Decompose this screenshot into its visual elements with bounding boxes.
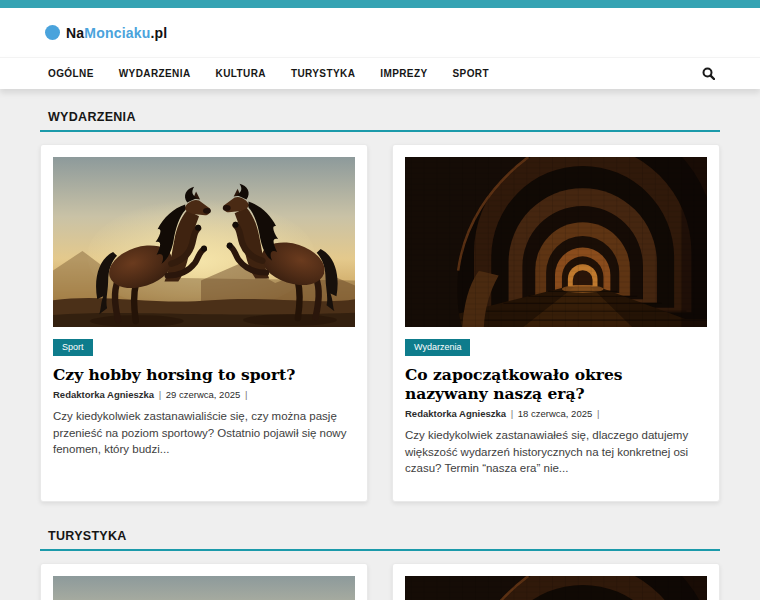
- top-accent-bar: [0, 0, 760, 8]
- logo-text: NaMonciaku.pl: [66, 25, 167, 41]
- nav-item-turystyka[interactable]: TURYSTYKA: [291, 68, 355, 79]
- main-nav: OGÓLNE WYDARZENIA KULTURA TURYSTYKA IMPR…: [0, 57, 760, 89]
- nav-item-ogolne[interactable]: OGÓLNE: [48, 68, 94, 79]
- article-card-nasza-era: Wydarzenia Co zapoczątkowało okres nazyw…: [392, 144, 720, 502]
- article-meta: Redaktorka Agnieszka | 18 czerwca, 2025 …: [405, 408, 707, 419]
- article-title-link[interactable]: Co zapoczątkowało okres nazywany naszą e…: [405, 365, 707, 403]
- section-title-wydarzenia: WYDARZENIA: [40, 101, 720, 132]
- article-author: Redaktorka Agnieszka: [405, 408, 506, 419]
- section-title-turystyka: TURYSTYKA: [40, 520, 720, 551]
- nav-item-wydarzenia[interactable]: WYDARZENIA: [119, 68, 191, 79]
- tunnel-photo: [405, 157, 707, 327]
- category-badge-sport[interactable]: Sport: [53, 339, 93, 356]
- article-card-turystyka-1: [40, 563, 368, 600]
- article-excerpt: Czy kiedykolwiek zastanawialiście się, c…: [53, 408, 355, 458]
- content-area: WYDARZENIA Sport Czy hobby horsing to sp…: [0, 89, 760, 600]
- brand-suffix: .pl: [150, 25, 167, 41]
- article-author: Redaktorka Agnieszka: [53, 389, 154, 400]
- article-date: 29 czerwca, 2025: [166, 389, 240, 400]
- cards-row: Sport Czy hobby horsing to sport? Redakt…: [40, 144, 720, 502]
- article-meta: Redaktorka Agnieszka | 29 czerwca, 2025 …: [53, 389, 355, 400]
- article-thumbnail-horses[interactable]: [53, 576, 355, 600]
- article-title-link[interactable]: Czy hobby horsing to sport?: [53, 365, 355, 384]
- category-badge-wydarzenia[interactable]: Wydarzenia: [405, 339, 470, 356]
- nav-item-kultura[interactable]: KULTURA: [216, 68, 266, 79]
- meta-separator: |: [597, 408, 599, 419]
- article-date: 18 czerwca, 2025: [518, 408, 592, 419]
- meta-separator: |: [159, 389, 161, 400]
- brand-middle: Monciaku: [84, 25, 150, 41]
- page: NaMonciaku.pl OGÓLNE WYDARZENIA KULTURA …: [0, 0, 760, 600]
- site-logo[interactable]: NaMonciaku.pl: [45, 25, 167, 41]
- meta-separator: |: [245, 389, 247, 400]
- article-thumbnail-horses[interactable]: [53, 157, 355, 327]
- article-thumbnail-tunnel[interactable]: [405, 157, 707, 327]
- section-turystyka: TURYSTYKA: [40, 520, 720, 600]
- article-card-turystyka-2: [392, 563, 720, 600]
- article-thumbnail-tunnel[interactable]: [405, 576, 707, 600]
- brand-prefix: Na: [66, 25, 84, 41]
- logo-circle-icon: [45, 25, 60, 40]
- cards-row: [40, 563, 720, 600]
- site-header: NaMonciaku.pl: [0, 8, 760, 57]
- horses-photo: [53, 576, 355, 600]
- nav-item-sport[interactable]: SPORT: [453, 68, 489, 79]
- nav-item-imprezy[interactable]: IMPREZY: [380, 68, 427, 79]
- horses-photo: [53, 157, 355, 327]
- article-card-hobby-horsing: Sport Czy hobby horsing to sport? Redakt…: [40, 144, 368, 502]
- article-excerpt: Czy kiedykolwiek zastanawiałeś się, dlac…: [405, 427, 707, 477]
- search-icon: [702, 67, 715, 80]
- search-button[interactable]: [702, 67, 715, 80]
- section-wydarzenia: WYDARZENIA Sport Czy hobby horsing to sp…: [40, 101, 720, 502]
- tunnel-photo: [405, 576, 707, 600]
- meta-separator: |: [511, 408, 513, 419]
